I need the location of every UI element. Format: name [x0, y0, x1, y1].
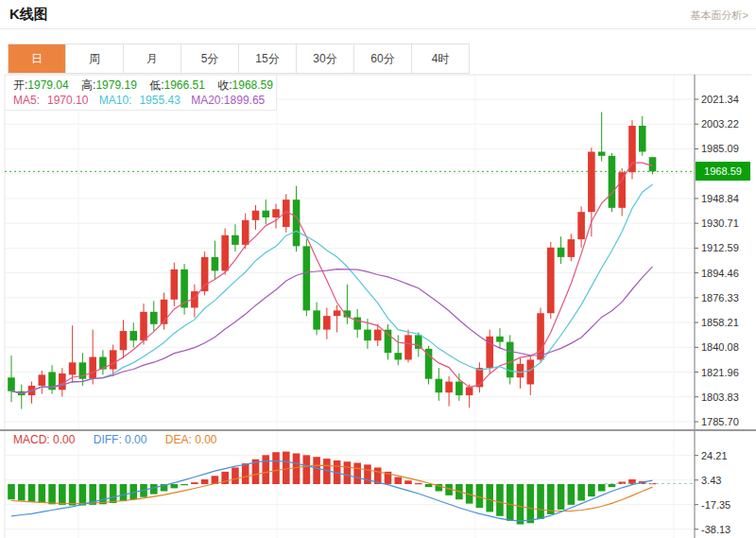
macd-bar	[558, 484, 565, 510]
candle-body	[89, 357, 96, 379]
candle-body	[323, 316, 331, 329]
macd-bar	[404, 480, 412, 484]
macd-bar	[242, 463, 249, 484]
candle-body	[577, 212, 585, 239]
close-label: 收:	[217, 78, 232, 92]
macd-bar	[59, 484, 66, 505]
ma5-value: 1970.10	[47, 94, 88, 107]
candle-body	[293, 200, 301, 246]
low-value: 1966.51	[164, 78, 205, 92]
candle-body	[455, 382, 463, 395]
macd-bar	[547, 484, 555, 514]
candle-body	[385, 330, 392, 354]
macd-bar	[201, 479, 209, 484]
ma10-line	[11, 184, 653, 393]
y-axis-label: 1858.21	[701, 317, 739, 328]
macd-bar	[598, 484, 606, 492]
macd-bar	[568, 484, 576, 505]
candle-body	[313, 310, 320, 329]
macd-bar	[191, 482, 198, 484]
macd-bar	[609, 484, 616, 487]
candle-body	[262, 211, 269, 217]
ma-row: MA5:1970.10 MA10:1955.43 MA20:1899.65	[13, 94, 265, 107]
macd-bar	[150, 484, 158, 495]
current-price-badge: 1968.59	[696, 162, 750, 181]
open-label: 开:	[13, 78, 27, 92]
macd-bar	[48, 484, 56, 504]
candle-body	[558, 248, 565, 257]
y-axis-label: 1840.08	[701, 341, 739, 353]
candle-body	[334, 310, 341, 316]
candle-body	[639, 126, 646, 151]
low-label: 低:	[149, 78, 163, 92]
candle-body	[445, 382, 453, 393]
candle-body	[526, 359, 534, 384]
y-axis-label: 1803.83	[701, 391, 739, 403]
candle-body	[517, 364, 524, 377]
macd-bar	[232, 467, 239, 484]
candle-body	[436, 379, 443, 392]
dea-label: DEA: 0.00	[165, 433, 217, 446]
macd-bar	[180, 484, 188, 485]
macd-axis-label: -38.13	[701, 524, 730, 535]
macd-bar	[486, 484, 493, 512]
macd-bar	[313, 457, 320, 484]
candle-body	[394, 353, 402, 359]
macd-bar	[496, 484, 504, 516]
candle-body	[364, 330, 371, 341]
high-label: 高:	[81, 78, 95, 92]
macd-bar	[28, 484, 36, 502]
macd-bar	[272, 452, 280, 484]
y-axis-label: 1985.09	[701, 143, 739, 154]
macd-bar	[262, 455, 269, 484]
macd-bar	[171, 484, 179, 488]
macd-bar	[8, 484, 15, 499]
high-value: 1979.19	[95, 78, 136, 92]
candle-body	[69, 362, 77, 374]
macd-bar	[99, 484, 107, 504]
macd-bar	[577, 484, 585, 501]
candle-body	[598, 151, 606, 155]
candle-body	[252, 211, 260, 220]
candle-body	[221, 235, 229, 271]
macd-bar	[79, 484, 87, 506]
macd-bar	[293, 453, 301, 484]
y-axis-label: 1930.71	[701, 217, 739, 229]
candle-body	[129, 331, 137, 340]
candle-body	[415, 335, 422, 348]
ma20-line	[11, 267, 653, 393]
macd-bar	[507, 484, 514, 521]
y-axis-label: 1912.59	[701, 242, 739, 253]
macd-legend: MACD: 0.00 DIFF: 0.00 DEA: 0.00	[13, 433, 216, 446]
macd-bar	[69, 484, 77, 506]
macd-bar	[588, 484, 595, 496]
y-axis-label: 1876.33	[701, 292, 739, 304]
candle-body	[374, 330, 382, 341]
candle-body	[8, 377, 15, 390]
y-axis-label: 1894.46	[701, 268, 739, 279]
candle-body	[466, 387, 473, 395]
candle-body	[649, 157, 657, 171]
candle-body	[232, 235, 239, 245]
candle-body	[242, 220, 249, 245]
macd-bar	[394, 477, 402, 484]
macd-axis-label: 3.43	[701, 475, 721, 486]
macd-bar	[110, 484, 117, 503]
macd-bar	[120, 484, 128, 501]
diff-label: DIFF: 0.00	[94, 433, 147, 446]
y-axis-label: 1821.96	[701, 367, 739, 378]
macd-bar	[344, 461, 352, 484]
y-axis-label: 1948.84	[701, 193, 739, 204]
candle-body	[588, 151, 595, 212]
ma5-label: MA5:	[13, 94, 40, 107]
macd-bar	[425, 484, 433, 487]
y-axis-label: 1785.70	[701, 416, 739, 427]
ohlc-panel: 开:1979.04 高:1979.19 低:1966.51 收:1968.59 …	[6, 76, 277, 111]
candle-body	[272, 209, 280, 217]
macd-bar	[303, 455, 311, 484]
candle-body	[212, 257, 219, 270]
ma20-value: 1899.65	[224, 94, 265, 107]
candle-body	[496, 337, 504, 342]
macd-bar	[353, 462, 361, 484]
candle-body	[618, 172, 626, 208]
